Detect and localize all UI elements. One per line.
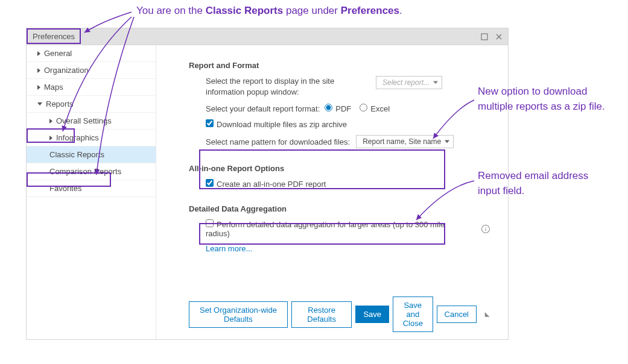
- caret-right-icon: [37, 68, 40, 73]
- learn-more-link[interactable]: Learn more...: [206, 244, 490, 253]
- name-pattern-select[interactable]: Report name, Site name: [356, 135, 454, 148]
- content-panel: Report and Format Select the report to d…: [156, 45, 508, 339]
- allinone-checkbox[interactable]: [206, 179, 214, 187]
- preferences-dialog: Preferences General Organization Maps Re…: [26, 28, 509, 340]
- caret-right-icon: [49, 119, 52, 124]
- sidebar-item-comparison-reports[interactable]: Comparison Reports: [27, 163, 156, 180]
- popup-report-select[interactable]: Select report...: [376, 76, 442, 89]
- sidebar-item-maps[interactable]: Maps: [27, 79, 156, 96]
- format-excel-radio[interactable]: [360, 104, 367, 111]
- resize-grip-icon[interactable]: ◢: [484, 312, 491, 317]
- annotation-removed-email: Removed email address input field.: [478, 169, 611, 198]
- sidebar-item-organization[interactable]: Organization: [27, 62, 156, 79]
- aggregation-checkbox[interactable]: [206, 219, 214, 227]
- save-and-close-button[interactable]: Save and Close: [393, 297, 433, 332]
- window-title: Preferences: [33, 32, 477, 41]
- zip-checkbox[interactable]: [206, 119, 214, 127]
- name-pattern-label: Select name pattern for downloaded files…: [206, 137, 350, 146]
- sidebar-item-reports[interactable]: Reports: [27, 96, 156, 113]
- sidebar-label: Classic Reports: [49, 150, 104, 159]
- cancel-button[interactable]: Cancel: [437, 306, 477, 323]
- zip-checkbox-label[interactable]: Download multiple files as zip archive: [206, 119, 347, 129]
- caret-down-icon: [37, 102, 42, 105]
- sidebar-item-general[interactable]: General: [27, 45, 156, 62]
- sidebar-label: Comparison Reports: [49, 167, 121, 176]
- maximize-button[interactable]: [478, 31, 491, 42]
- sidebar-label: Organization: [44, 66, 89, 75]
- caret-right-icon: [49, 136, 52, 140]
- svg-rect-0: [481, 34, 487, 40]
- sidebar-label: Favorites: [49, 184, 81, 193]
- sidebar-item-overall-settings[interactable]: Overall Settings: [27, 113, 156, 130]
- sidebar-label: General: [44, 49, 72, 58]
- restore-defaults-button[interactable]: Restore Defaults: [291, 301, 352, 328]
- set-org-defaults-button[interactable]: Set Organization-wide Defaults: [189, 301, 288, 328]
- aggregation-checkbox-label[interactable]: Perform detailed data aggregation for la…: [206, 219, 471, 238]
- footer: Set Organization-wide Defaults Restore D…: [189, 292, 490, 332]
- caret-right-icon: [37, 85, 40, 90]
- section-allinone: All-in-one Report Options: [189, 164, 490, 173]
- annotation-zip-option: New option to download multiple reports …: [478, 84, 617, 114]
- section-report-format: Report and Format: [189, 61, 490, 70]
- sidebar-label: Maps: [44, 83, 63, 92]
- format-label: Select your default report format:: [206, 104, 320, 113]
- format-excel-option[interactable]: Excel: [360, 104, 390, 113]
- titlebar: Preferences: [27, 28, 508, 45]
- caret-right-icon: [37, 51, 40, 56]
- close-button[interactable]: [492, 31, 506, 42]
- sidebar-item-classic-reports[interactable]: Classic Reports: [27, 146, 156, 163]
- sidebar-label: Infographics: [56, 133, 99, 142]
- sidebar-item-infographics[interactable]: Infographics: [27, 130, 156, 146]
- sidebar-label: Reports: [46, 99, 74, 108]
- save-button[interactable]: Save: [355, 306, 389, 323]
- section-aggregation: Detailed Data Aggregation: [189, 204, 490, 213]
- allinone-checkbox-label[interactable]: Create an all-in-one PDF report: [206, 179, 326, 189]
- info-icon[interactable]: i: [481, 225, 490, 233]
- sidebar-item-favorites[interactable]: Favorites: [27, 180, 156, 197]
- annotation-top: You are on the Classic Reports page unde…: [136, 4, 402, 19]
- sidebar: General Organization Maps Reports Overal…: [27, 45, 156, 339]
- format-pdf-option[interactable]: PDF: [325, 104, 351, 113]
- sidebar-label: Overall Settings: [56, 116, 112, 125]
- format-pdf-radio[interactable]: [325, 104, 332, 111]
- popup-select-label: Select the report to display in the site…: [206, 76, 363, 98]
